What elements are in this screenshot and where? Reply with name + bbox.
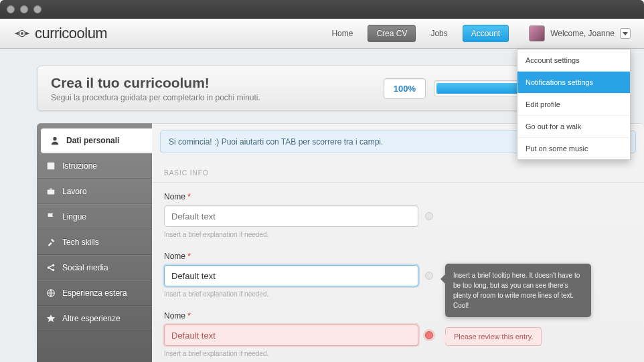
welcome-text: Welcome, Joanne [550,29,615,38]
share-icon [46,263,56,272]
field-label: Nome * [164,311,632,321]
progress-percent: 100% [384,78,426,99]
star-icon [46,314,56,323]
svg-rect-5 [48,189,55,194]
nav-account[interactable]: Account [463,25,509,42]
svg-rect-6 [50,189,52,190]
section-title: BASIC INFO [152,160,644,183]
sidebar-item[interactable]: Istruzione [37,153,152,179]
name-input-error[interactable] [164,325,418,346]
flag-icon [46,212,56,221]
sidebar-item[interactable]: Altre esperienze [37,306,152,331]
status-dot-error [425,331,433,339]
status-dot [425,272,433,280]
field-label: Nome * [164,252,632,261]
nav-create-cv[interactable]: Crea CV [368,25,416,42]
topbar: curricoolum Home Crea CV Jobs Account We… [0,19,644,49]
svg-point-1 [21,32,23,35]
book-icon [46,161,56,171]
status-dot [425,212,433,220]
user-menu-trigger[interactable]: Welcome, Joanne [529,25,631,41]
sidebar-item-label: Dati personali [66,136,119,145]
tools-icon [46,238,56,247]
dropdown-item[interactable]: Notifications settings [517,72,630,94]
field-hint: Insert a brief explanation if needed. [164,350,632,357]
window-chrome [0,0,644,19]
briefcase-icon [46,187,56,196]
sidebar-item-label: Lingue [62,212,86,221]
required-mark: * [187,192,191,201]
sidebar-item-label: Lavoro [62,187,87,196]
page-title: Crea il tuo curricoolum! [51,75,384,91]
sidebar-item-label: Esperienza estera [62,288,127,298]
error-tooltip: Please review this entry. [445,327,542,346]
sidebar-item[interactable]: Lavoro [37,179,152,204]
traffic-close[interactable] [7,5,15,13]
top-nav: Home Crea CV Jobs Account Welcome, Joann… [323,25,631,42]
dropdown-item[interactable]: Account settings [517,50,630,72]
traffic-max[interactable] [33,5,42,13]
field-label: Nome * [164,192,632,201]
required-mark: * [187,311,191,321]
brand-logo[interactable]: curricoolum [13,25,107,42]
sidebar-item[interactable]: Tech skills [37,230,152,255]
svg-point-2 [53,137,56,141]
dropdown-item[interactable]: Put on some music [517,138,630,159]
user-dropdown: Account settingsNotifications settingsEd… [517,49,631,160]
logo-icon [13,27,31,39]
required-mark: * [187,252,191,261]
field-row: Nome * Insert a brief explanation if nee… [152,311,644,362]
sidebar-item-label: Istruzione [62,161,97,171]
sidebar-item[interactable]: Social media [37,255,152,280]
svg-point-8 [52,264,55,267]
field-row: Nome * Insert a brief explanation if nee… [152,252,644,311]
nav-jobs[interactable]: Jobs [422,25,455,42]
chevron-down-icon [620,28,631,39]
sidebar-item-label: Social media [62,263,108,272]
field-tooltip: Insert a brief tooltip here. It doesn't … [445,264,591,317]
svg-point-9 [52,269,55,272]
field-hint: Insert a brief explanation if needed. [164,231,632,238]
dropdown-item[interactable]: Go out for a walk [517,116,630,138]
sidebar-item-label: Tech skills [62,238,99,247]
name-input-focus[interactable] [164,265,418,286]
sidebar-item-label: Altre esperienze [62,314,120,323]
sidebar-item[interactable]: Lingue [37,204,152,230]
sidebar-item[interactable]: Esperienza estera [37,280,152,306]
brand-name: curricoolum [35,25,107,42]
sidebar: Dati personaliIstruzioneLavoroLingueTech… [37,123,152,362]
page-subtitle: Segui la procedura guidata per completar… [51,93,384,102]
sidebar-item[interactable]: Dati personali [41,128,152,153]
globe-icon [46,288,56,298]
nav-home[interactable]: Home [323,25,361,42]
avatar [529,25,545,41]
user-icon [50,136,60,145]
traffic-min[interactable] [20,5,28,13]
name-input-default[interactable] [164,205,418,227]
dropdown-item[interactable]: Edit profile [517,94,630,116]
field-row: Nome * Insert a brief explanation if nee… [152,192,644,252]
